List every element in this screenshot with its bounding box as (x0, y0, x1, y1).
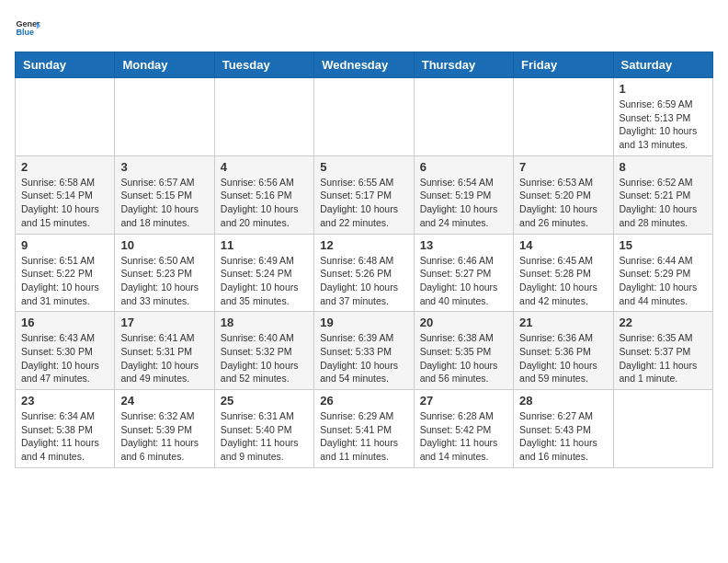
day-info: Sunrise: 6:31 AM Sunset: 5:40 PM Dayligh… (221, 409, 308, 464)
calendar-cell (115, 78, 214, 156)
day-number: 1 (620, 82, 707, 96)
day-info: Sunrise: 6:56 AM Sunset: 5:16 PM Dayligh… (221, 176, 308, 230)
weekday-header-friday: Friday (514, 52, 613, 78)
day-number: 3 (120, 160, 208, 174)
day-info: Sunrise: 6:45 AM Sunset: 5:28 PM Dayligh… (519, 254, 607, 308)
day-number: 27 (420, 394, 507, 408)
calendar-cell: 18Sunrise: 6:40 AM Sunset: 5:32 PM Dayli… (214, 312, 313, 390)
calendar-cell (514, 78, 613, 156)
day-info: Sunrise: 6:38 AM Sunset: 5:35 PM Dayligh… (420, 331, 507, 385)
calendar-cell: 27Sunrise: 6:28 AM Sunset: 5:42 PM Dayli… (414, 390, 513, 468)
day-number: 9 (21, 238, 108, 252)
day-number: 20 (420, 316, 507, 329)
day-info: Sunrise: 6:58 AM Sunset: 5:14 PM Dayligh… (21, 176, 108, 230)
day-info: Sunrise: 6:46 AM Sunset: 5:27 PM Dayligh… (420, 254, 507, 308)
weekday-header-thursday: Thursday (414, 52, 513, 78)
calendar-cell: 7Sunrise: 6:53 AM Sunset: 5:20 PM Daylig… (514, 155, 613, 234)
day-info: Sunrise: 6:50 AM Sunset: 5:23 PM Dayligh… (120, 254, 208, 308)
day-number: 8 (620, 160, 707, 174)
calendar-week-row: 16Sunrise: 6:43 AM Sunset: 5:30 PM Dayli… (16, 312, 713, 390)
day-number: 6 (420, 160, 507, 174)
calendar-cell: 3Sunrise: 6:57 AM Sunset: 5:15 PM Daylig… (115, 155, 214, 234)
day-number: 13 (420, 238, 507, 252)
calendar-cell: 13Sunrise: 6:46 AM Sunset: 5:27 PM Dayli… (414, 234, 513, 312)
day-number: 22 (620, 316, 707, 329)
calendar-week-row: 2Sunrise: 6:58 AM Sunset: 5:14 PM Daylig… (16, 155, 713, 234)
calendar-cell: 15Sunrise: 6:44 AM Sunset: 5:29 PM Dayli… (613, 234, 712, 312)
calendar-cell: 2Sunrise: 6:58 AM Sunset: 5:14 PM Daylig… (16, 155, 115, 234)
weekday-header-monday: Monday (115, 52, 214, 78)
day-info: Sunrise: 6:51 AM Sunset: 5:22 PM Dayligh… (21, 254, 108, 308)
day-number: 16 (21, 316, 108, 329)
day-info: Sunrise: 6:49 AM Sunset: 5:24 PM Dayligh… (221, 254, 308, 308)
calendar-cell: 16Sunrise: 6:43 AM Sunset: 5:30 PM Dayli… (16, 312, 115, 390)
day-number: 10 (120, 238, 208, 252)
calendar-week-row: 9Sunrise: 6:51 AM Sunset: 5:22 PM Daylig… (16, 234, 713, 312)
calendar-cell: 17Sunrise: 6:41 AM Sunset: 5:31 PM Dayli… (115, 312, 214, 390)
calendar-cell: 11Sunrise: 6:49 AM Sunset: 5:24 PM Dayli… (214, 234, 313, 312)
calendar-cell: 12Sunrise: 6:48 AM Sunset: 5:26 PM Dayli… (314, 234, 414, 312)
day-info: Sunrise: 6:32 AM Sunset: 5:39 PM Dayligh… (120, 409, 208, 464)
day-info: Sunrise: 6:39 AM Sunset: 5:33 PM Dayligh… (320, 331, 407, 385)
calendar-cell (314, 78, 414, 156)
day-info: Sunrise: 6:29 AM Sunset: 5:41 PM Dayligh… (320, 409, 407, 464)
calendar-cell (214, 78, 313, 156)
day-number: 21 (519, 316, 607, 329)
day-info: Sunrise: 6:54 AM Sunset: 5:19 PM Dayligh… (420, 176, 507, 230)
weekday-header-row: SundayMondayTuesdayWednesdayThursdayFrid… (16, 52, 713, 78)
calendar-cell: 24Sunrise: 6:32 AM Sunset: 5:39 PM Dayli… (115, 390, 214, 468)
calendar-cell: 9Sunrise: 6:51 AM Sunset: 5:22 PM Daylig… (16, 234, 115, 312)
calendar-cell: 20Sunrise: 6:38 AM Sunset: 5:35 PM Dayli… (414, 312, 513, 390)
calendar-cell: 10Sunrise: 6:50 AM Sunset: 5:23 PM Dayli… (115, 234, 214, 312)
day-number: 11 (221, 238, 308, 252)
day-info: Sunrise: 6:40 AM Sunset: 5:32 PM Dayligh… (221, 331, 308, 385)
logo-icon: General Blue (15, 15, 40, 40)
day-number: 25 (221, 394, 308, 408)
calendar-week-row: 1Sunrise: 6:59 AM Sunset: 5:13 PM Daylig… (16, 78, 713, 156)
day-number: 14 (519, 238, 607, 252)
calendar-cell: 23Sunrise: 6:34 AM Sunset: 5:38 PM Dayli… (16, 390, 115, 468)
day-number: 5 (320, 160, 407, 174)
day-info: Sunrise: 6:35 AM Sunset: 5:37 PM Dayligh… (620, 331, 707, 385)
weekday-header-sunday: Sunday (16, 52, 115, 78)
weekday-header-tuesday: Tuesday (214, 52, 313, 78)
calendar-week-row: 23Sunrise: 6:34 AM Sunset: 5:38 PM Dayli… (16, 390, 713, 468)
day-number: 15 (620, 238, 707, 252)
day-info: Sunrise: 6:57 AM Sunset: 5:15 PM Dayligh… (120, 176, 208, 230)
calendar-cell: 25Sunrise: 6:31 AM Sunset: 5:40 PM Dayli… (214, 390, 313, 468)
day-info: Sunrise: 6:59 AM Sunset: 5:13 PM Dayligh… (620, 98, 707, 152)
day-number: 19 (320, 316, 407, 329)
calendar-cell: 4Sunrise: 6:56 AM Sunset: 5:16 PM Daylig… (214, 155, 313, 234)
day-info: Sunrise: 6:27 AM Sunset: 5:43 PM Dayligh… (519, 409, 607, 464)
calendar-table: SundayMondayTuesdayWednesdayThursdayFrid… (15, 52, 713, 468)
day-info: Sunrise: 6:44 AM Sunset: 5:29 PM Dayligh… (620, 254, 707, 308)
day-number: 18 (221, 316, 308, 329)
day-info: Sunrise: 6:28 AM Sunset: 5:42 PM Dayligh… (420, 409, 507, 464)
calendar-cell: 21Sunrise: 6:36 AM Sunset: 5:36 PM Dayli… (514, 312, 613, 390)
day-info: Sunrise: 6:34 AM Sunset: 5:38 PM Dayligh… (21, 409, 108, 464)
calendar-cell: 6Sunrise: 6:54 AM Sunset: 5:19 PM Daylig… (414, 155, 513, 234)
calendar-cell: 5Sunrise: 6:55 AM Sunset: 5:17 PM Daylig… (314, 155, 414, 234)
day-info: Sunrise: 6:48 AM Sunset: 5:26 PM Dayligh… (320, 254, 407, 308)
calendar-cell: 1Sunrise: 6:59 AM Sunset: 5:13 PM Daylig… (613, 78, 712, 156)
calendar-cell (414, 78, 513, 156)
calendar-cell: 26Sunrise: 6:29 AM Sunset: 5:41 PM Dayli… (314, 390, 414, 468)
day-number: 28 (519, 394, 607, 408)
weekday-header-wednesday: Wednesday (314, 52, 414, 78)
calendar-cell: 8Sunrise: 6:52 AM Sunset: 5:21 PM Daylig… (613, 155, 712, 234)
calendar-cell (16, 78, 115, 156)
day-info: Sunrise: 6:55 AM Sunset: 5:17 PM Dayligh… (320, 176, 407, 230)
day-info: Sunrise: 6:36 AM Sunset: 5:36 PM Dayligh… (519, 331, 607, 385)
calendar-cell: 19Sunrise: 6:39 AM Sunset: 5:33 PM Dayli… (314, 312, 414, 390)
day-number: 17 (120, 316, 208, 329)
day-number: 26 (320, 394, 407, 408)
calendar-cell: 28Sunrise: 6:27 AM Sunset: 5:43 PM Dayli… (514, 390, 613, 468)
weekday-header-saturday: Saturday (613, 52, 712, 78)
day-number: 24 (120, 394, 208, 408)
day-number: 4 (221, 160, 308, 174)
page-header: General Blue (15, 15, 713, 40)
day-number: 23 (21, 394, 108, 408)
logo: General Blue (15, 15, 44, 40)
svg-text:Blue: Blue (16, 28, 34, 37)
day-number: 7 (519, 160, 607, 174)
